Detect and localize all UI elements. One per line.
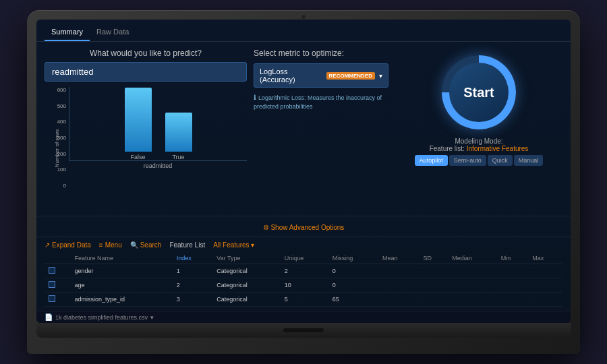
row-min [497,278,528,293]
advanced-options-link[interactable]: ⚙ Show Advanced Options [263,224,345,231]
row-var-type: Categorical [212,264,281,278]
row-mean [378,264,419,278]
tab-raw-data[interactable]: Raw Data [90,25,136,41]
mode-autopilot[interactable]: Autopilot [415,155,448,166]
mode-semi-auto[interactable]: Semi-auto [449,155,486,166]
main-content: What would you like to predict? readmitt… [36,42,571,216]
chart-x-title: readmitted [69,162,247,169]
th-unique: Unique [281,253,328,264]
y-label-600: 600 [57,87,66,93]
expand-icon: ↗ [45,241,50,249]
modeling-mode-label: Modeling Mode: Feature list: Informative… [430,138,529,152]
row-var-type: Categorical [212,293,281,307]
menu-icon: ≡ [99,241,103,249]
feature-toolbar: ↗ Expand Data ≡ Menu 🔍 Search Feature Li… [45,241,562,249]
row-min [497,293,528,307]
bottom-bar: 📄 1k diabetes simplified features.csv ▾ [36,311,571,323]
row-max [528,264,562,278]
menu-button[interactable]: ≡ Menu [99,241,122,249]
y-axis: 600 500 400 300 200 100 0 [45,87,69,189]
th-sd: SD [419,253,448,264]
y-label-200: 200 [57,151,66,157]
row-unique: 5 [281,293,328,307]
row-sd [419,278,448,293]
metric-description: ℹLogarithmic Loss: Measures the inaccura… [254,93,388,111]
tab-summary[interactable]: Summary [45,25,90,41]
tabs-bar: Summary Raw Data [36,20,571,42]
row-checkbox[interactable] [45,278,70,293]
bar-true: True [165,113,192,160]
search-icon: 🔍 [130,241,138,249]
chevron-down-icon: ▾ [379,72,382,80]
dropdown-arrow: ▾ [150,314,154,321]
row-index: 2 [173,278,213,293]
row-missing: 0 [328,264,378,278]
webcam [301,15,306,19]
feature-list-toolbar-link[interactable]: All Features ▾ [213,241,254,249]
search-button[interactable]: 🔍 Search [130,241,162,249]
row-max [528,293,562,307]
y-label-0: 0 [63,183,66,189]
laptop-notch [283,328,324,332]
file-icon: 📄 [45,313,53,321]
row-mean [378,293,419,307]
row-var-type: Categorical [212,278,281,293]
th-checkbox [45,253,70,264]
th-missing: Missing [328,253,378,264]
screen-inner: Summary Raw Data What would you like to … [36,20,571,323]
mode-manual[interactable]: Manual [514,155,544,166]
expand-data-button[interactable]: ↗ Expand Data [45,241,91,249]
metric-dropdown[interactable]: LogLoss (Accuracy) RECOMMENDED ▾ [254,63,388,88]
row-feature-name: age [70,278,172,293]
advanced-options-bar: ⚙ Show Advanced Options [36,216,571,237]
start-button-ring: Start [442,55,516,129]
th-var-type: Var Type [212,253,281,264]
filename: 1k diabetes simplified features.csv [55,314,148,321]
info-icon: ℹ [254,94,256,101]
bar-false-label: False [130,154,145,160]
table-row: age 2 Categorical 10 0 [45,278,562,293]
row-checkbox[interactable] [45,293,70,307]
y-label-100: 100 [57,166,66,173]
th-max: Max [528,253,562,264]
start-button[interactable]: Start [449,63,509,122]
row-checkbox[interactable] [45,264,70,278]
y-label-400: 400 [57,119,66,125]
metric-name: LogLoss (Accuracy) [260,67,322,84]
row-unique: 10 [281,278,328,293]
row-feature-name: gender [70,264,172,278]
predict-question: What would you like to predict? [45,49,247,58]
mode-buttons: Autopilot Semi-auto Quick Manual [415,155,544,166]
chart-bars: False True [69,87,247,161]
row-sd [419,264,448,278]
row-mean [378,278,419,293]
row-unique: 2 [281,264,328,278]
feature-list-link[interactable]: Informative Features [467,145,529,152]
th-feature-name: Feature Name [70,253,172,264]
th-median: Median [448,253,497,264]
laptop-outer: Summary Raw Data What would you like to … [27,10,580,354]
start-label: Start [463,85,494,100]
table-row: admission_type_id 3 Categorical 5 65 [45,293,562,307]
row-sd [419,293,448,307]
th-min: Min [497,253,528,264]
bar-false: False [125,88,152,160]
metric-label: Select metric to optimize: [254,49,388,58]
predict-input-value[interactable]: readmitted [45,62,247,82]
bar-false-rect [125,88,152,152]
right-panel: Start Modeling Mode: Feature list: Infor… [395,49,562,209]
row-feature-name: admission_type_id [70,293,172,307]
th-index[interactable]: Index [173,253,213,264]
recommended-badge: RECOMMENDED [326,72,375,80]
table-row: gender 1 Categorical 2 0 [45,264,562,278]
row-min [497,264,528,278]
y-label-500: 500 [57,103,66,109]
feature-section: ↗ Expand Data ≡ Menu 🔍 Search Feature Li… [36,237,571,311]
bar-chart: Number of rows 600 500 400 300 200 100 0 [45,87,247,209]
mode-quick[interactable]: Quick [488,155,513,166]
bar-true-label: True [172,154,184,160]
y-label-300: 300 [57,135,66,141]
row-max [528,278,562,293]
start-button-container: Start [442,55,516,129]
left-panel: What would you like to predict? readmitt… [45,49,247,209]
